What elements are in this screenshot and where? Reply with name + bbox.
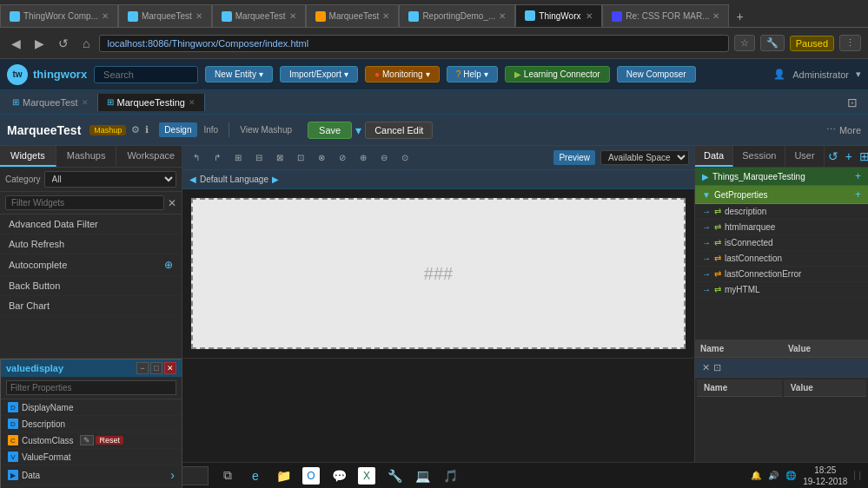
browser-tab-5[interactable]: ReportingDemo_... ✕ [399,4,515,27]
rb-expand-icon[interactable]: ⊡ [713,362,721,373]
available-space-select[interactable]: Available Space [600,150,689,165]
tab-close-3[interactable]: ✕ [289,11,296,21]
sidebar-tab-workspace[interactable]: Workspace [116,146,186,167]
taskbar-show-desktop-icon[interactable]: | [854,471,861,480]
getproperties-node-header[interactable]: ▼ GetProperties + [695,186,868,204]
tab-close-2[interactable]: ✕ [195,11,202,21]
tab-close-5[interactable]: ✕ [499,11,506,21]
import-export-button[interactable]: Import/Export ▾ [280,66,358,82]
rb-close-icon[interactable]: ✕ [702,362,710,373]
browser-tab-7[interactable]: Re: CSS FOR MAR... ✕ [602,4,729,27]
canvas-tb-icon-9[interactable]: ⊕ [354,150,372,165]
taskbar-icon-other2[interactable]: 💻 [410,464,434,488]
canvas-tb-icon-5[interactable]: ⊠ [271,150,288,165]
tab-close-7[interactable]: ✕ [712,11,719,21]
speaker-icon[interactable]: 🔊 [768,471,779,480]
cancel-edit-button[interactable]: Cancel Edit [365,122,433,139]
getproperties-node-add-icon[interactable]: + [855,188,861,201]
sidebar-item-auto-refresh[interactable]: Auto Refresh [0,234,182,254]
taskbar-icon-skype[interactable]: 💬 [327,464,351,488]
right-tab-data[interactable]: Data [695,146,733,167]
sidebar-item-bar-chart[interactable]: Bar Chart [0,296,182,316]
vd-filter-input[interactable] [6,380,176,395]
canvas-tb-icon-3[interactable]: ⊞ [229,150,247,165]
view-mashup-button[interactable]: View Mashup [235,122,297,137]
right-tab-session[interactable]: Session [733,146,785,167]
filter-clear-button[interactable]: ✕ [168,197,176,209]
right-tab-user[interactable]: User [785,146,824,167]
vd-resize-button[interactable]: □ [150,362,162,374]
home-button[interactable]: ⌂ [78,35,94,52]
right-panel-expand-icon[interactable]: ⊞ [856,149,868,163]
canvas-tb-icon-1[interactable]: ↰ [188,150,205,165]
sidebar-item-autocomplete[interactable]: Autocomplete ⊕ [0,254,182,276]
canvas-content[interactable]: ### [191,198,686,349]
sidebar-item-back-button[interactable]: Back Button [0,276,182,296]
forward-button[interactable]: ▶ [30,35,49,52]
tree-item-description[interactable]: → ⇄ description [695,204,868,220]
editor-options-icon[interactable]: ⚙ [131,124,140,135]
address-bar[interactable]: localhost:8086/Thingworx/Composer/index.… [99,35,728,52]
tab-close-4[interactable]: ✕ [382,11,389,21]
maximize-button[interactable]: ⊡ [847,96,858,109]
app-tab-marqueetesting[interactable]: ⊞ MarqueeTesting ✕ [98,94,205,111]
back-button[interactable]: ◀ [7,35,25,52]
browser-tab-3[interactable]: MarqueeTest ✕ [212,4,306,27]
more-button[interactable]: ⋯ [826,124,836,135]
app-tab-close-2[interactable]: ✕ [189,98,195,107]
taskbar-icon-edge[interactable]: e [243,464,268,488]
browser-tab-1[interactable]: ThingWorx Comp... ✕ [0,4,118,27]
things-node-add-icon[interactable]: + [855,170,861,182]
learning-connector-button[interactable]: ▶ Learning Connector [505,66,610,82]
new-composer-button[interactable]: New Composer [617,66,696,82]
app-tab-close-1[interactable]: ✕ [82,98,89,107]
things-node-header[interactable]: ▶ Things_MarqueeTesting + [695,168,868,186]
taskbar-icon-explorer[interactable]: 📁 [271,464,295,488]
tree-item-lastconnection[interactable]: → ⇄ lastConnection [695,251,868,267]
preview-button[interactable]: Preview [553,150,595,165]
canvas-tb-icon-8[interactable]: ⊘ [334,150,351,165]
browser-tab-4[interactable]: MarqueeTest ✕ [306,4,400,27]
notification-icon[interactable]: 🔔 [751,471,761,480]
canvas-tb-icon-7[interactable]: ⊗ [313,150,330,165]
vd-close-button[interactable]: ✕ [164,362,176,374]
new-entity-button[interactable]: New Entity ▾ [205,66,273,82]
vd-minimize-button[interactable]: − [136,362,149,374]
sidebar-item-advanced-data-filter[interactable]: Advanced Data Filter [0,214,182,234]
vd-item-description[interactable]: D Description [1,416,182,432]
sidebar-tab-mashups[interactable]: Mashups [56,146,117,167]
vd-item-customclass[interactable]: C CustomClass ✎ Reset [1,432,182,449]
taskbar-icon-other3[interactable]: 🎵 [438,464,462,488]
menu-button[interactable]: ⋮ [839,35,861,51]
extensions-button[interactable]: 🔧 [760,35,785,51]
design-button[interactable]: Design [159,122,196,137]
sidebar-tab-widgets[interactable]: Widgets [0,146,56,167]
taskbar-icon-outlook[interactable]: O [299,464,323,488]
taskbar-icon-excel[interactable]: X [354,464,379,488]
network-icon[interactable]: 🌐 [785,471,796,480]
paused-button[interactable]: Paused [790,36,834,51]
taskbar-icon-other1[interactable]: 🔧 [382,464,407,488]
editor-info-icon[interactable]: ℹ [145,124,149,135]
bookmark-button[interactable]: ☆ [734,35,755,51]
help-button[interactable]: ? Help ▾ [447,66,498,82]
vd-item-valueformat[interactable]: V ValueFormat [1,449,182,465]
canvas-tb-icon-11[interactable]: ⊙ [396,150,414,165]
tab-close-1[interactable]: ✕ [102,11,109,21]
category-select[interactable]: All [44,171,176,188]
customclass-reset-button[interactable]: Reset [96,436,123,445]
tree-item-lastconnectionerror[interactable]: → ⇄ lastConnectionError [695,267,868,282]
tree-item-isconnected[interactable]: → ⇄ isConnected [695,235,868,251]
new-tab-button[interactable]: + [729,6,750,27]
canvas-tb-icon-6[interactable]: ⊡ [292,150,309,165]
language-chevron-right[interactable]: ▶ [272,175,279,184]
browser-tab-2[interactable]: MarqueeTest ✕ [118,4,212,27]
header-search-input[interactable] [94,66,198,83]
monitoring-button[interactable]: ● Monitoring ▾ [365,66,440,82]
app-tab-marqueetest[interactable]: ⊞ MarqueeTest ✕ [3,94,98,111]
tab-close-6[interactable]: ✕ [586,11,593,21]
right-panel-add-icon[interactable]: + [842,149,856,163]
info-button[interactable]: Info [199,122,224,137]
canvas-tb-icon-2[interactable]: ↱ [209,150,226,165]
vd-item-displayname[interactable]: D DisplayName [1,399,182,416]
